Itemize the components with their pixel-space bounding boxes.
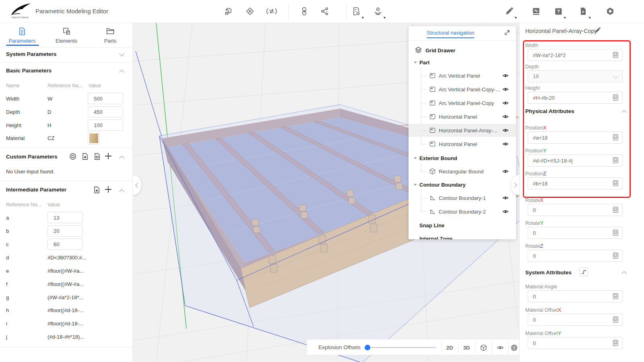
position-x-input[interactable] [528,132,623,144]
param-b-input[interactable] [47,225,83,237]
view-3d-button[interactable]: 3D [458,339,475,356]
structural-navigation-tab[interactable]: Structural navigation [427,30,475,36]
nav-item-arc-vertical-panel-copy-2[interactable]: Arc Vertical Panel-Copy-... [409,83,516,96]
chevron-up-icon[interactable] [621,110,627,115]
nav-item-contour-boundary-2[interactable]: Contour Boundary-2 [409,205,516,218]
chevron-down-icon[interactable] [119,51,124,56]
boolean-intersect-icon[interactable] [242,4,258,19]
chevron-up-icon[interactable] [119,189,124,194]
expand-panel-icon[interactable] [504,29,510,36]
visibility-eye-icon[interactable] [502,73,509,78]
visibility-eye-icon[interactable] [502,169,509,174]
material-offset-y-input[interactable] [528,337,623,349]
part-width-input[interactable] [528,49,623,61]
chevron-up-icon[interactable] [119,70,124,75]
chevron-up-icon[interactable] [119,156,124,161]
nav-group-contour-boundary[interactable]: Contour Boundary [409,178,516,191]
rename-pencil-icon[interactable] [594,27,601,34]
branch-icon[interactable] [317,4,332,19]
contour-icon [429,209,436,214]
panel-icon [429,141,436,147]
plus-icon[interactable] [104,185,112,193]
import-document-icon[interactable] [81,152,89,160]
system-parameters-header[interactable]: System Parameters [6,51,56,57]
tab-parts-label: Parts [90,38,130,44]
rotate-z-input[interactable] [528,250,623,262]
explosion-offsets-slider-handle[interactable] [365,345,370,350]
nav-item-arc-vertical-panel[interactable]: Arc Vertical Panel [409,69,516,82]
nav-group-snap-line[interactable]: Snap Line [409,219,516,232]
explosion-offsets-slider-track[interactable] [365,347,436,348]
intermediate-parameter-header[interactable]: Intermediate Parameter [6,187,66,193]
caret-down-icon[interactable] [414,184,417,186]
plus-icon[interactable] [104,152,112,160]
tab-elements[interactable]: Elements [46,25,87,47]
rotate-y-input[interactable] [528,227,623,239]
visibility-eye-icon[interactable] [502,128,509,133]
part-depth-select[interactable]: 18 [528,70,623,82]
param-formula[interactable]: (#W-#a*2-18*... [47,294,83,300]
depth-value-input[interactable] [88,106,123,117]
position-y-input[interactable] [528,154,623,167]
visibility-eye-icon[interactable] [502,142,509,146]
param-formula[interactable]: #floor((#d-18-... [47,307,84,313]
param-ref: W [47,96,52,102]
swap-arrows-icon[interactable] [264,4,279,19]
caret-down-icon[interactable] [414,62,417,64]
material-offset-x-input[interactable] [528,314,623,326]
tab-parts[interactable]: Parts [90,25,130,47]
cube-view-button[interactable] [475,339,492,356]
nav-item-rectangular-bound[interactable]: Rectangular Bound [409,165,516,178]
visibility-eye-icon[interactable] [502,209,509,214]
nav-item-horizontal-panel[interactable]: Horizontal Panel [409,110,516,123]
visibility-button[interactable] [492,339,509,356]
position-z-input[interactable] [528,177,623,189]
nav-group-exterior-bound[interactable]: Exterior Bound [409,152,516,165]
component-box-icon[interactable] [221,4,236,19]
param-c-input[interactable] [47,239,83,250]
param-formula[interactable]: #floor((#d-18-... [47,321,84,327]
chevron-up-icon[interactable] [621,271,627,276]
nut-icon[interactable] [603,4,618,19]
param-formula[interactable]: #floor((#W-#a... [47,268,84,274]
warning-button[interactable]: ! [508,339,519,356]
nav-item-horizontal-panel-array-selected[interactable]: Horizontal Panel-Array-... [409,124,516,137]
node-path-icon[interactable] [579,267,588,276]
nav-group-part[interactable]: Part [409,56,516,69]
nav-item-contour-boundary-1[interactable]: Contour Boundary-1 [409,191,516,204]
system-attributes-header[interactable]: System Attributes [525,269,572,276]
nav-group-internal-zone[interactable]: Internal Zone [409,232,516,239]
visibility-eye-icon[interactable] [502,114,509,119]
divider [0,47,133,47]
rotate-x-input[interactable] [528,204,623,216]
link-icon[interactable] [297,4,312,19]
param-formula[interactable]: #D<360?300:#... [47,255,87,261]
physical-attributes-header[interactable]: Physical Attributes [525,108,574,114]
tab-parameters[interactable]: Parameters [2,25,42,47]
warning-icon: ! [511,344,518,351]
nav-item-horizontal-panel-2[interactable]: Horizontal Panel [409,138,516,150]
gear-circle-icon[interactable] [69,152,77,160]
param-formula[interactable]: #floor((#W-#a... [47,281,84,287]
material-angle-input[interactable] [528,290,623,302]
caret-down-icon[interactable] [414,157,417,159]
param-name: Height [6,122,21,128]
visibility-eye-icon[interactable] [502,87,509,92]
export-document-icon[interactable] [93,152,101,160]
param-formula[interactable]: (#d-18-#h*18)... [47,334,84,340]
visibility-eye-icon[interactable] [502,101,509,105]
material-swatch[interactable] [88,132,100,145]
part-height-input[interactable] [528,92,623,104]
custom-parameters-header[interactable]: Custom Parameters [6,154,58,160]
visibility-eye-icon[interactable] [502,195,509,200]
import-document-icon[interactable] [93,186,101,194]
width-value-input[interactable] [88,93,123,104]
param-a-input[interactable] [47,212,83,223]
basic-parameters-header[interactable]: Basic Parameters [6,68,52,74]
view-2d-button[interactable]: 2D [441,339,458,356]
nav-item-arc-vertical-panel-copy[interactable]: Arc Vertical Panel-Copy [409,97,516,109]
nav-root-grid-drawer[interactable]: Grid Drawer [409,44,516,57]
monitor-pulse-icon[interactable] [528,4,544,19]
param-ref: i [6,321,7,327]
height-value-input[interactable] [88,119,123,131]
